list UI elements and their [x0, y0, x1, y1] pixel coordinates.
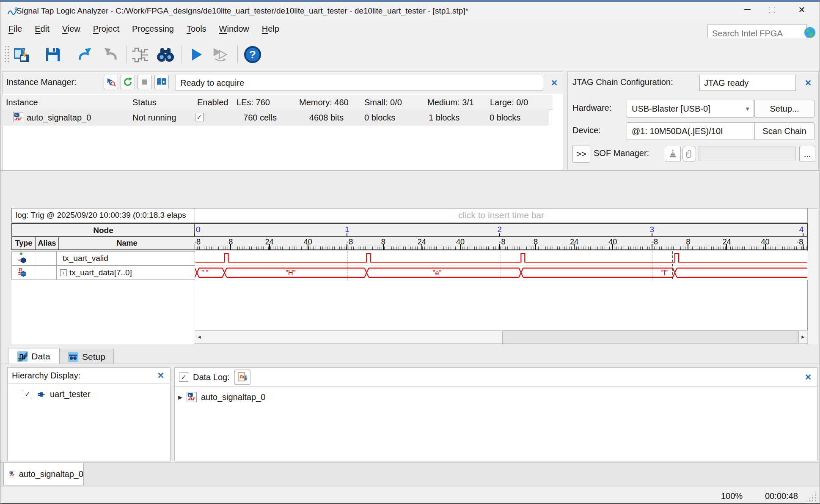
setup-button[interactable]: Setup...: [754, 100, 814, 118]
menu-bar: FileEditViewProjectProcessingToolsWindow…: [0, 20, 820, 38]
sof-path-field[interactable]: [699, 146, 796, 161]
signal-type-cell: R: [11, 266, 34, 280]
chevron-down-icon: ▼: [745, 106, 750, 112]
ruler-major-tick: [612, 244, 613, 249]
vertical-scrollbar[interactable]: [807, 208, 818, 344]
hardware-select[interactable]: USB-Blaster [USB-0]▼: [627, 100, 754, 118]
signal-tap-window: Signal Tap Logic Analyzer - C:/Work/FPGA…: [0, 0, 820, 504]
signal-name-cell: tx_uart_valid: [56, 251, 195, 266]
save-button[interactable]: [44, 45, 62, 64]
column-header-enabled[interactable]: Enabled: [193, 95, 237, 110]
title-bar: Signal Tap Logic Analyzer - C:/Work/FPGA…: [0, 2, 820, 20]
data-log-mode-button[interactable]: [234, 370, 250, 385]
svg-text:*: *: [19, 252, 22, 259]
hierarchy-item-uart-tester[interactable]: ✓ uart_tester: [8, 383, 170, 399]
ruler-major-tick: [230, 244, 231, 249]
menu-edit[interactable]: Edit: [28, 22, 55, 36]
menu-tools[interactable]: Tools: [180, 22, 213, 36]
redo-button[interactable]: [102, 45, 121, 64]
tab-setup[interactable]: Setup: [60, 349, 114, 364]
autorun-analysis-toolbar-button[interactable]: [211, 45, 230, 64]
data-tab-icon: [17, 351, 28, 362]
maximize-icon: [769, 7, 775, 13]
column-header-memory[interactable]: Memory: 460: [295, 95, 365, 110]
column-header-instance[interactable]: Instance: [2, 95, 133, 110]
enabled-checkbox[interactable]: ✓: [195, 113, 204, 121]
minimize-button[interactable]: [735, 0, 759, 19]
scrollbar-thumb[interactable]: [502, 331, 799, 343]
menu-window[interactable]: Window: [213, 22, 256, 36]
bus-name-label: tx_uart_data[7..0]: [69, 268, 132, 277]
ruler-major-tick: [460, 244, 461, 249]
signaltap-setup-button[interactable]: [131, 45, 149, 64]
timeline-ruler[interactable]: -882440-882440-882440-882440-8: [195, 237, 808, 250]
column-header-medium[interactable]: Medium: 3/1: [424, 95, 490, 110]
horizontal-scrollbar[interactable]: ◄ ►: [195, 330, 808, 344]
log-selector[interactable]: log: Trig @ 2025/09/20 10:00:39 (0:0:18.…: [11, 208, 195, 222]
expand-plus-icon[interactable]: +: [60, 269, 67, 276]
waveform-plot[interactable]: " ""H""e""l": [195, 251, 808, 280]
hierarchy-item-checkbox[interactable]: ✓: [23, 390, 32, 399]
close-button[interactable]: ✕: [784, 0, 820, 19]
column-header-status[interactable]: Status: [129, 95, 198, 110]
menu-file[interactable]: File: [2, 22, 28, 36]
jtag-status: JTAG ready: [699, 75, 796, 91]
maximize-button[interactable]: [759, 0, 784, 19]
jtag-title: JTAG Chain Configuration:: [572, 77, 673, 87]
expand-arrow-icon[interactable]: ▶: [178, 394, 182, 400]
read-data-button[interactable]: [154, 75, 169, 89]
menu-project[interactable]: Project: [87, 22, 126, 36]
ruler-major-tick: [308, 244, 308, 249]
main-toolbar: [0, 38, 820, 70]
scroll-right-button[interactable]: ►: [799, 331, 807, 343]
menu-view[interactable]: View: [56, 22, 87, 36]
dock-divider: [0, 170, 820, 171]
program-device-button[interactable]: [665, 146, 681, 162]
close-icon: ✕: [798, 5, 806, 15]
signal-row-header[interactable]: R + tx_uart_data[7..0]: [11, 266, 195, 280]
signal-alias-cell: [34, 251, 57, 266]
run-analysis-button[interactable]: [104, 75, 118, 89]
save-icon: [45, 47, 61, 63]
data-log-header: ✓ Data Log: ✕: [175, 368, 817, 387]
tab-data[interactable]: Data: [8, 348, 60, 364]
autorun-icon: [211, 46, 230, 63]
menu-processing[interactable]: Processing: [126, 22, 180, 36]
sof-expand-button[interactable]: >>: [572, 145, 590, 163]
device-select[interactable]: @1: 10M50DA(.|ES)/10I▼: [627, 122, 764, 140]
help-button[interactable]: ?: [243, 45, 262, 64]
resize-grip[interactable]: [805, 490, 817, 502]
toolbar-grip[interactable]: [4, 45, 9, 64]
column-header-les[interactable]: LEs: 760: [233, 95, 300, 110]
bottom-tab-auto-signaltap[interactable]: auto_signaltap_0: [3, 463, 84, 485]
column-header-small[interactable]: Small: 0/0: [360, 95, 428, 110]
instance-manager-close-button[interactable]: ✕: [548, 77, 561, 89]
menu-help[interactable]: Help: [256, 22, 286, 36]
run-analysis-toolbar-button[interactable]: [187, 45, 206, 64]
ruler-major-tick: [383, 244, 384, 249]
autorun-analysis-button[interactable]: [121, 75, 135, 89]
signal-table-header: Type Alias Name: [11, 237, 195, 250]
open-button[interactable]: [13, 45, 32, 64]
data-log-checkbox[interactable]: ✓: [179, 373, 188, 382]
scan-chain-button[interactable]: Scan Chain: [754, 122, 814, 140]
tab-setup-label: Setup: [82, 352, 105, 362]
segment-marker-label: 1: [345, 225, 349, 234]
undo-button[interactable]: [75, 45, 94, 64]
hierarchy-close-button[interactable]: ✕: [156, 370, 166, 381]
signal-row-header[interactable]: * tx_uart_valid: [11, 251, 195, 266]
segment-marker-tick: [803, 233, 803, 236]
status-bar: 100% 00:00:48: [0, 487, 820, 504]
data-log-item[interactable]: ▶ auto_signaltap_0: [175, 387, 817, 402]
run-analysis-icon: [106, 77, 116, 87]
jtag-close-button[interactable]: ✕: [802, 77, 814, 89]
scroll-left-button[interactable]: ◄: [195, 331, 204, 343]
signaltap-setup-icon: [131, 46, 149, 63]
timebar-hint-strip[interactable]: click to insert time bar: [195, 208, 808, 222]
stop-analysis-button[interactable]: [138, 75, 152, 89]
attach-sof-button[interactable]: [682, 146, 696, 162]
timeline-markers-row[interactable]: 01234: [195, 223, 808, 237]
find-button[interactable]: [156, 45, 175, 64]
column-header-large[interactable]: Large: 0/0: [486, 95, 553, 110]
sof-browse-button[interactable]: ...: [799, 146, 815, 162]
